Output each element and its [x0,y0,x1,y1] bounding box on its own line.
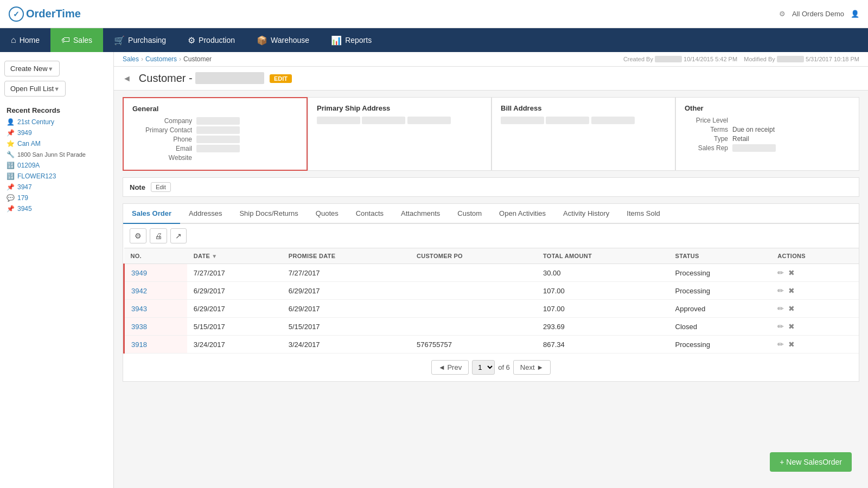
open-full-list-button[interactable]: Open Full List ▼ [4,81,66,97]
recent-item-link[interactable]: 3949 [17,129,32,137]
tabs-container: Sales Order Addresses Ship Docs/Returns … [123,203,859,382]
breadcrumb-sep: › [141,55,143,63]
tab-quotes[interactable]: Quotes [307,204,347,224]
edit-badge[interactable]: EDIT [270,74,292,83]
tab-contacts[interactable]: Contacts [347,204,392,224]
list-item[interactable]: 📌3945 [0,203,113,214]
nav-reports[interactable]: 📊 Reports [320,28,382,52]
cell-no: 3918 [124,336,187,354]
list-item[interactable]: 🔢FLOWER123 [0,171,113,182]
edit-action-icon[interactable]: ✏ [777,322,784,331]
delete-action-icon[interactable]: ✖ [788,268,795,277]
tab-items-sold[interactable]: Items Sold [618,204,668,224]
price-level-row: Price Level [685,117,850,124]
list-item[interactable]: ⭐Can AM [0,138,113,149]
tab-custom[interactable]: Custom [449,204,490,224]
email-label: Email [132,145,192,152]
open-full-list-label: Open Full List [10,85,54,93]
order-link[interactable]: 3942 [131,287,147,295]
cell-date: 3/24/2017 [187,336,282,354]
order-link[interactable]: 3918 [131,341,147,349]
tab-open-activities[interactable]: Open Activities [490,204,554,224]
pin-icon: 📌 [7,183,15,191]
delete-action-icon[interactable]: ✖ [788,286,795,295]
th-actions: ACTIONS [771,248,859,264]
recent-item-link[interactable]: FLOWER123 [17,172,56,180]
next-button[interactable]: Next ► [513,360,551,375]
edit-action-icon[interactable]: ✏ [777,304,784,313]
recent-item-link[interactable]: Can AM [17,140,41,147]
create-new-label: Create New [10,65,48,73]
page-title: Customer - [139,72,264,85]
bill-address-title: Bill Address [501,104,666,112]
ship-line2 [362,117,405,124]
note-label: Note [130,183,145,191]
hash-icon: 🔢 [7,162,15,169]
cell-status: Processing [669,264,771,282]
gear-icon[interactable]: ⚙ [779,10,786,18]
delete-action-icon[interactable]: ✖ [788,304,795,313]
cell-actions: ✏ ✖ [771,300,859,318]
tab-ship-docs[interactable]: Ship Docs/Returns [231,204,307,224]
recent-item-link[interactable]: 3945 [17,205,32,213]
print-tool-button[interactable]: 🖨 [150,228,167,243]
delete-action-icon[interactable]: ✖ [788,340,795,349]
recent-item-link[interactable]: 1800 San Junn St Parade [17,151,86,158]
user-label: All Orders Demo [792,10,844,18]
list-item[interactable]: 🔢01209A [0,160,113,171]
contact-label: Primary Contact [132,126,192,134]
order-link[interactable]: 3938 [131,323,147,331]
tab-sales-order[interactable]: Sales Order [123,204,180,224]
export-tool-button[interactable]: ↗ [170,228,187,243]
breadcrumb-sales[interactable]: Sales [123,55,139,63]
top-bar: ✓ OrderTime ⚙ All Orders Demo 👤 [0,0,868,28]
list-item[interactable]: 🔧1800 San Junn St Parade [0,149,113,160]
breadcrumb-meta: Created By user 10/14/2015 5:42 PM Modif… [623,56,859,62]
settings-tool-button[interactable]: ⚙ [130,228,146,243]
cell-date: 5/15/2017 [187,318,282,336]
recent-item-link[interactable]: 3947 [17,183,32,191]
list-item[interactable]: 👤21st Century [0,117,113,127]
nav-production[interactable]: ⚙ Production [177,28,246,52]
create-new-button[interactable]: Create New ▼ [4,61,60,76]
recent-item-link[interactable]: 179 [17,194,28,202]
page-select[interactable]: 1 2 3 4 5 6 [472,360,495,375]
nav-purchasing[interactable]: 🛒 Purchasing [103,28,177,52]
cell-actions: ✏ ✖ [771,264,859,282]
order-link[interactable]: 3949 [131,269,147,277]
delete-action-icon[interactable]: ✖ [788,322,795,331]
company-value [196,117,240,125]
nav-sales[interactable]: 🏷 Sales [50,28,103,52]
nav-home[interactable]: ⌂ Home [0,28,50,52]
table-row: 3918 3/24/2017 3/24/2017 576755757 867.3… [124,336,859,354]
edit-action-icon[interactable]: ✏ [777,268,784,277]
main-wrapper: Sales › Customers › Customer Created By … [114,52,868,414]
tab-activity-history[interactable]: Activity History [554,204,618,224]
user-icon: 👤 [851,10,859,18]
prev-button[interactable]: ◄ Prev [431,360,469,375]
tab-attachments[interactable]: Attachments [392,204,449,224]
cell-date: 6/29/2017 [187,300,282,318]
new-salesorder-button[interactable]: + New SalesOrder [770,452,852,472]
list-item[interactable]: 📌3949 [0,127,113,138]
breadcrumb-sep2: › [179,55,181,63]
edit-action-icon[interactable]: ✏ [777,286,784,295]
recent-records-title: Recent Records [0,101,113,117]
recent-item-link[interactable]: 01209A [17,162,40,169]
contact-row: Primary Contact [132,126,298,134]
back-arrow-icon[interactable]: ◄ [123,74,131,84]
edit-action-icon[interactable]: ✏ [777,340,784,349]
list-item[interactable]: 💬179 [0,192,113,203]
list-item[interactable]: 📌3947 [0,182,113,192]
email-value [196,145,240,152]
order-link[interactable]: 3943 [131,305,147,313]
nav-warehouse[interactable]: 📦 Warehouse [246,28,320,52]
cell-promise-date: 7/27/2017 [282,264,410,282]
recent-item-link[interactable]: 21st Century [17,118,54,126]
th-date[interactable]: DATE ▼ [187,248,282,264]
table-row: 3949 7/27/2017 7/27/2017 30.00 Processin… [124,264,859,282]
breadcrumb-customers[interactable]: Customers [145,55,177,63]
note-edit-button[interactable]: Edit [151,182,171,192]
tab-addresses[interactable]: Addresses [180,204,231,224]
user-icon: 👤 [7,118,15,126]
